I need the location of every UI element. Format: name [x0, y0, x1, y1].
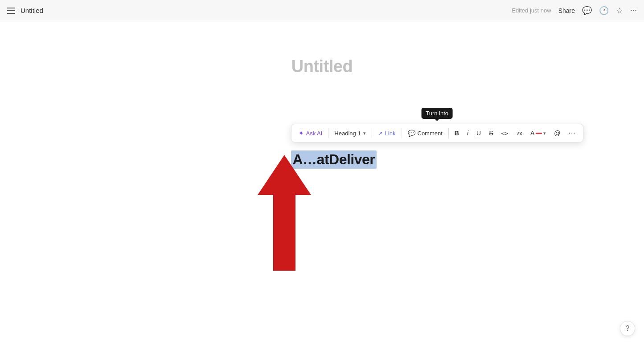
- code-label: <>: [501, 130, 509, 137]
- main-content: Untitled Turn into ✦ Ask AI Heading 1 ▾ …: [0, 21, 644, 345]
- divider-3: [402, 128, 402, 138]
- italic-label: i: [467, 130, 468, 137]
- at-label: @: [554, 130, 560, 137]
- help-button[interactable]: ?: [620, 321, 635, 336]
- mention-button[interactable]: @: [550, 128, 564, 138]
- color-a-label: A: [530, 130, 534, 137]
- document-title-topbar: Untitled: [21, 7, 43, 14]
- more-options-icon[interactable]: ···: [630, 6, 637, 15]
- divider-2: [372, 128, 372, 138]
- share-button[interactable]: Share: [558, 7, 575, 14]
- strikethrough-button[interactable]: S: [485, 128, 496, 138]
- ask-ai-button[interactable]: ✦ Ask AI: [295, 128, 326, 138]
- underline-label: U: [476, 130, 481, 137]
- edited-status: Edited just now: [512, 7, 551, 14]
- annotation-arrow: [253, 155, 316, 272]
- svg-marker-0: [258, 155, 311, 271]
- chevron-down-icon: ▾: [363, 130, 366, 136]
- strikethrough-label: S: [489, 130, 493, 137]
- ai-sparkle-icon: ✦: [299, 130, 304, 137]
- history-icon[interactable]: 🕐: [599, 6, 609, 16]
- italic-button[interactable]: i: [464, 128, 472, 138]
- divider-1: [328, 128, 328, 138]
- link-label: Link: [385, 130, 396, 137]
- heading-label: Heading 1: [334, 130, 361, 137]
- topbar-left: Untitled: [7, 7, 43, 14]
- bold-label: B: [455, 130, 459, 137]
- color-indicator: [536, 133, 542, 134]
- underline-button[interactable]: U: [473, 128, 484, 138]
- code-button[interactable]: <>: [498, 128, 512, 138]
- link-arrow-icon: ↗: [378, 130, 383, 137]
- color-chevron-icon: ▾: [543, 130, 546, 136]
- link-button[interactable]: ↗ Link: [374, 128, 399, 138]
- favorite-icon[interactable]: ☆: [616, 6, 623, 16]
- toolbar-wrapper: Turn into ✦ Ask AI Heading 1 ▾ ↗ Link: [291, 124, 583, 142]
- comment-button[interactable]: 💬 Comment: [404, 128, 446, 138]
- document-placeholder-title: Untitled: [291, 57, 353, 76]
- more-label: ···: [568, 129, 575, 137]
- ask-ai-label: Ask AI: [306, 130, 323, 137]
- more-options-button[interactable]: ···: [565, 127, 579, 139]
- divider-4: [448, 128, 449, 138]
- heading-dropdown-button[interactable]: Heading 1 ▾: [331, 128, 369, 138]
- color-button[interactable]: A ▾: [527, 128, 550, 138]
- sqrt-button[interactable]: √x: [513, 128, 526, 138]
- comment-label: Comment: [418, 130, 443, 137]
- formatting-toolbar: ✦ Ask AI Heading 1 ▾ ↗ Link 💬 Comment: [291, 124, 583, 142]
- comment-bubble-icon: 💬: [408, 130, 415, 137]
- turn-into-tooltip: Turn into: [421, 108, 453, 119]
- topbar-right: Edited just now Share 💬 🕐 ☆ ···: [512, 6, 637, 16]
- topbar: Untitled Edited just now Share 💬 🕐 ☆ ···: [0, 0, 644, 21]
- sqrt-label: √x: [516, 130, 522, 137]
- menu-icon[interactable]: [7, 8, 15, 14]
- bold-button[interactable]: B: [451, 128, 463, 138]
- comment-icon[interactable]: 💬: [582, 6, 592, 16]
